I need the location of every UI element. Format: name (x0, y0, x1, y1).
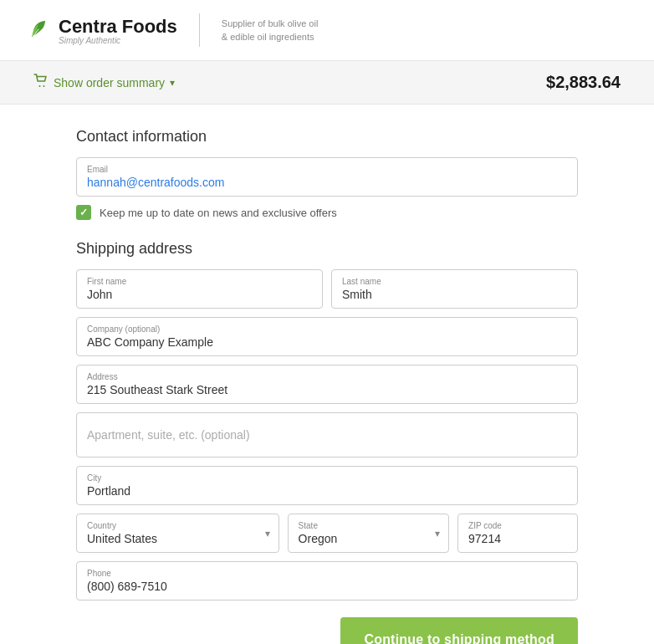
brand-name: Centra Foods (59, 16, 177, 38)
header-description: Supplier of bulk olive oil & edible oil … (222, 17, 319, 44)
email-input[interactable]: Email hannah@centrafoods.com (76, 157, 578, 197)
phone-value: (800) 689-7510 (87, 580, 567, 593)
last-name-input[interactable]: Last name Smith (331, 269, 578, 309)
company-value: ABC Company Example (87, 335, 567, 349)
company-input[interactable]: Company (optional) ABC Company Example (76, 317, 578, 356)
apt-field-group: Apartment, suite, etc. (optional) (76, 412, 578, 457)
name-row: First name John Last name Smith (76, 269, 578, 309)
newsletter-row: ✓ Keep me up to date on news and exclusi… (76, 205, 578, 220)
apt-input[interactable]: Apartment, suite, etc. (optional) (76, 412, 578, 457)
header-divider (199, 13, 200, 47)
country-label: Country (87, 521, 252, 530)
country-value: United States (87, 532, 157, 545)
state-label: State (299, 521, 422, 530)
main-content: Contact information Email hannah@centraf… (59, 105, 595, 644)
svg-point-1 (43, 85, 45, 87)
checkmark-icon: ✓ (79, 207, 88, 218)
first-name-input[interactable]: First name John (76, 269, 323, 309)
city-label: City (87, 473, 567, 483)
address-input[interactable]: Address 215 Southeast Stark Street (76, 365, 578, 404)
email-label: Email (87, 165, 567, 174)
phone-label: Phone (87, 569, 567, 578)
company-label: Company (optional) (87, 325, 567, 334)
phone-input[interactable]: Phone (800) 689-7510 (76, 561, 578, 601)
location-row: Country United States ▾ State Oregon ▾ Z… (76, 514, 578, 553)
phone-field-group: Phone (800) 689-7510 (76, 561, 578, 601)
logo-area: Centra Foods Simply Authentic Supplier o… (27, 13, 318, 47)
chevron-down-icon: ▾ (170, 77, 175, 89)
zip-label: ZIP code (468, 521, 567, 530)
zip-value: 97214 (468, 532, 567, 545)
first-name-value: John (87, 288, 312, 301)
country-chevron-icon: ▾ (265, 528, 270, 539)
site-header: Centra Foods Simply Authentic Supplier o… (0, 0, 654, 61)
newsletter-label: Keep me up to date on news and exclusive… (100, 207, 337, 219)
email-field-group: Email hannah@centrafoods.com (76, 157, 578, 197)
city-input[interactable]: City Portland (76, 466, 578, 505)
address-label: Address (87, 372, 567, 381)
country-select[interactable]: Country United States ▾ (76, 514, 279, 553)
contact-title: Contact information (76, 128, 578, 146)
email-value: hannah@centrafoods.com (87, 176, 567, 189)
apt-placeholder: Apartment, suite, etc. (optional) (87, 428, 567, 442)
last-name-field-group: Last name Smith (331, 269, 578, 309)
state-chevron-icon: ▾ (435, 528, 440, 539)
show-summary-label: Show order summary (54, 76, 165, 89)
cart-icon (33, 74, 49, 91)
first-name-field-group: First name John (76, 269, 323, 309)
contact-section: Contact information Email hannah@centraf… (76, 128, 578, 220)
address-field-group: Address 215 Southeast Stark Street (76, 365, 578, 404)
continue-button[interactable]: Continue to shipping method (340, 617, 578, 644)
company-field-group: Company (optional) ABC Company Example (76, 317, 578, 356)
brand-tagline: Simply Authentic (59, 36, 177, 45)
shipping-section: Shipping address First name John Last na… (76, 240, 578, 644)
state-value: Oregon (299, 532, 338, 545)
logo-text: Centra Foods Simply Authentic (59, 16, 177, 45)
state-select[interactable]: State Oregon ▾ (288, 514, 449, 553)
order-total: $2,883.64 (546, 73, 621, 92)
zip-input[interactable]: ZIP code 97214 (457, 514, 578, 553)
order-bar: Show order summary ▾ $2,883.64 (0, 61, 654, 105)
shipping-title: Shipping address (76, 240, 578, 258)
show-order-summary[interactable]: Show order summary ▾ (33, 74, 175, 91)
address-value: 215 Southeast Stark Street (87, 383, 567, 396)
button-row: Continue to shipping method (76, 617, 578, 644)
newsletter-checkbox[interactable]: ✓ (76, 205, 91, 220)
city-field-group: City Portland (76, 466, 578, 505)
last-name-value: Smith (342, 288, 567, 301)
city-value: Portland (87, 484, 567, 498)
leaf-icon (27, 18, 50, 43)
last-name-label: Last name (342, 277, 567, 286)
first-name-label: First name (87, 277, 312, 286)
svg-point-0 (39, 85, 41, 87)
